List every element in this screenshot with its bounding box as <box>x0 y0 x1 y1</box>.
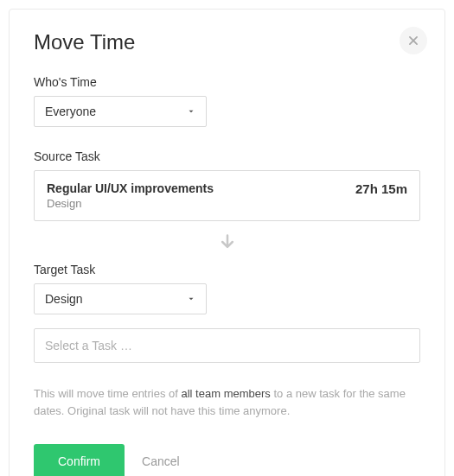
chevron-down-icon <box>187 107 195 116</box>
dialog-title: Move Time <box>34 30 420 54</box>
whos-time-select[interactable]: Everyone <box>34 96 207 127</box>
confirm-button[interactable]: Confirm <box>34 444 125 476</box>
note-strong: all team members <box>182 387 271 400</box>
cancel-button[interactable]: Cancel <box>142 454 180 468</box>
source-task-card: Regular UI/UX improvements Design 27h 15… <box>34 170 420 221</box>
dialog-actions: Confirm Cancel <box>34 444 420 476</box>
whos-time-value: Everyone <box>45 105 96 118</box>
source-task-project: Design <box>47 197 214 210</box>
source-task-duration: 27h 15m <box>355 181 407 196</box>
arrow-down-icon <box>219 233 236 251</box>
target-task-label: Target Task <box>34 263 420 276</box>
whos-time-label: Who's Time <box>34 75 420 89</box>
chevron-down-icon <box>187 295 195 303</box>
source-task-name: Regular UI/UX improvements <box>47 181 214 195</box>
arrow-down <box>34 221 420 263</box>
source-task-label: Source Task <box>34 149 420 163</box>
move-time-dialog: Move Time Who's Time Everyone Source Tas… <box>9 9 445 476</box>
close-icon <box>407 35 419 47</box>
close-button[interactable] <box>400 27 427 54</box>
target-project-select[interactable]: Design <box>34 283 207 314</box>
target-task-input[interactable] <box>34 328 420 363</box>
note-pre: This will move time entries of <box>34 387 182 400</box>
target-project-value: Design <box>45 292 83 306</box>
move-note: This will move time entries of all team … <box>34 385 420 420</box>
